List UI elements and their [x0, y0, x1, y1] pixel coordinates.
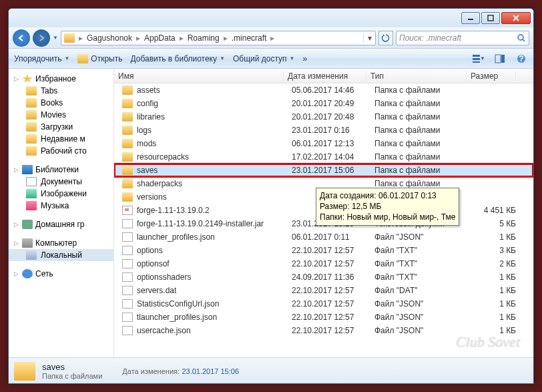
- address-bar[interactable]: ▸ Gagushonok ▸ AppData ▸ Roaming ▸ .mine…: [61, 31, 376, 45]
- file-row[interactable]: optionsshaders24.09.2017 11:36Файл "TXT"…: [114, 270, 533, 284]
- file-date: 05.06.2017 14:46: [288, 85, 370, 95]
- file-type: Файл "JSON": [370, 232, 471, 242]
- file-name: optionsshaders: [137, 272, 191, 282]
- history-dropdown[interactable]: ▼: [53, 35, 58, 41]
- star-icon: [22, 74, 33, 83]
- sidebar-item[interactable]: Изображени: [9, 188, 113, 200]
- folder-icon: [26, 122, 37, 132]
- help-icon[interactable]: ?: [515, 52, 528, 65]
- file-date: 06.01.2017 0:11: [288, 232, 370, 242]
- view-icon[interactable]: ▼: [472, 52, 485, 65]
- network-icon: [22, 269, 33, 278]
- svg-rect-7: [473, 58, 480, 60]
- titlebar[interactable]: [9, 9, 533, 27]
- file-icon: [122, 246, 133, 255]
- sidebar-item[interactable]: Загрузки: [9, 121, 113, 133]
- chevron-right-icon[interactable]: ▸: [135, 33, 142, 43]
- file-row[interactable]: optionsof22.10.2017 12:57Файл "TXT"2 КБ: [114, 257, 533, 270]
- file-type: Папка с файлами: [370, 112, 471, 122]
- file-type: Файл "JSON": [370, 326, 471, 335]
- sidebar-libraries[interactable]: ▷Библиотеки: [9, 164, 113, 176]
- column-type[interactable]: Тип: [366, 71, 467, 81]
- search-input[interactable]: Поиск: .minecraft: [396, 31, 529, 45]
- file-name: mods: [137, 139, 156, 148]
- breadcrumb-item[interactable]: Roaming: [185, 33, 222, 43]
- sidebar-favorites[interactable]: ▷Избранное: [9, 73, 113, 85]
- svg-rect-8: [473, 61, 480, 63]
- file-row[interactable]: StatisticsConfigUrl.json22.10.2017 12:57…: [114, 297, 533, 311]
- file-name: shaderpacks: [137, 179, 182, 188]
- more-button[interactable]: »: [302, 54, 307, 63]
- sidebar-item[interactable]: Музыка: [9, 200, 113, 212]
- breadcrumb-item[interactable]: Gagushonok: [84, 33, 135, 43]
- file-date: 22.10.2017 12:57: [288, 299, 370, 309]
- chevron-right-icon[interactable]: ▸: [178, 33, 185, 43]
- toolbar: Упорядочить▼ Открыть Добавить в библиоте…: [9, 49, 533, 69]
- file-row[interactable]: resourcepacks17.02.2017 14:04Папка с фай…: [114, 150, 533, 164]
- file-row[interactable]: launcher_profiles.json06.01.2017 0:11Фай…: [114, 230, 533, 244]
- organize-button[interactable]: Упорядочить▼: [14, 54, 69, 63]
- column-size[interactable]: Размер: [467, 71, 516, 81]
- file-name: options: [137, 246, 163, 255]
- forward-button[interactable]: [33, 29, 50, 47]
- file-list[interactable]: Имя Дата изменения Тип Размер assets05.0…: [114, 69, 533, 357]
- preview-pane-icon[interactable]: [493, 52, 507, 65]
- sidebar-item[interactable]: Movies: [9, 109, 113, 121]
- folder-icon: [122, 85, 133, 95]
- nav-pane: ▷Избранное Tabs Books Movies Загрузки Не…: [9, 69, 114, 357]
- file-name: libraries: [137, 112, 165, 122]
- share-button[interactable]: Общий доступ▼: [233, 54, 295, 63]
- sidebar-item[interactable]: Документы: [9, 176, 113, 188]
- file-icon: [122, 326, 133, 335]
- file-name: logs: [137, 126, 152, 135]
- breadcrumb-item[interactable]: AppData: [142, 33, 178, 43]
- maximize-button[interactable]: [481, 12, 500, 24]
- sidebar-item[interactable]: Недавние м: [9, 133, 113, 145]
- file-row[interactable]: servers.dat22.10.2017 12:57Файл "DAT"1 К…: [114, 284, 533, 297]
- search-icon: [517, 33, 526, 43]
- sidebar-item[interactable]: Books: [9, 97, 113, 109]
- file-row[interactable]: logs23.01.2017 0:16Папка с файлами: [114, 124, 533, 137]
- file-date: 22.10.2017 12:57: [288, 286, 370, 295]
- file-name: assets: [137, 85, 160, 95]
- search-placeholder: Поиск: .minecraft: [399, 33, 461, 43]
- sidebar-item[interactable]: Рабочий сто: [9, 145, 113, 157]
- chevron-right-icon[interactable]: ▸: [269, 33, 276, 43]
- file-name: resourcepacks: [137, 152, 189, 162]
- sidebar-network[interactable]: ▷Сеть: [9, 268, 113, 280]
- back-button[interactable]: [13, 29, 30, 47]
- file-row[interactable]: saves23.01.2017 15:06Папка с файлами: [114, 164, 533, 177]
- file-name: tlauncher_profiles.json: [137, 313, 217, 322]
- add-library-button[interactable]: Добавить в библиотеку▼: [130, 54, 224, 63]
- file-row[interactable]: options22.10.2017 12:57Файл "TXT"3 КБ: [114, 244, 533, 257]
- file-name: forge-1.11-13.19.0.2149-installer.jar: [137, 219, 264, 228]
- sidebar-item[interactable]: Локальный: [9, 249, 113, 261]
- folder-icon: [26, 110, 37, 120]
- column-date[interactable]: Дата изменения: [284, 71, 366, 81]
- file-row[interactable]: config20.01.2017 20:49Папка с файлами: [114, 97, 533, 110]
- address-dropdown[interactable]: ▾: [363, 33, 375, 43]
- computer-icon: [22, 238, 33, 248]
- column-name[interactable]: Имя: [114, 71, 284, 81]
- sidebar-computer[interactable]: ▷Компьютер: [9, 237, 113, 249]
- file-row[interactable]: usercache.json22.10.2017 12:57Файл "JSON…: [114, 324, 533, 337]
- chevron-right-icon[interactable]: ▸: [222, 33, 229, 43]
- file-row[interactable]: mods06.01.2017 12:13Папка с файлами: [114, 137, 533, 150]
- minimize-button[interactable]: [461, 12, 480, 24]
- sidebar-item[interactable]: Tabs: [9, 85, 113, 97]
- breadcrumb-item[interactable]: .minecraft: [229, 33, 270, 43]
- file-name: forge-1.11-13.19.0.2: [137, 206, 210, 215]
- file-row[interactable]: assets05.06.2017 14:46Папка с файлами: [114, 83, 533, 97]
- file-date: 23.01.2017 0:16: [288, 126, 370, 135]
- sidebar-homegroup[interactable]: ▷Домашняя гр: [9, 218, 113, 230]
- file-name: versions: [137, 192, 167, 202]
- refresh-button[interactable]: [378, 31, 393, 45]
- file-icon: [122, 259, 133, 268]
- close-button[interactable]: [501, 12, 531, 24]
- file-date: 24.09.2017 11:36: [288, 272, 370, 282]
- open-button[interactable]: Открыть: [77, 54, 122, 63]
- file-type: Файл "JSON": [370, 313, 471, 322]
- file-row[interactable]: tlauncher_profiles.json22.10.2017 12:57Ф…: [114, 311, 533, 324]
- chevron-right-icon[interactable]: ▸: [77, 33, 84, 43]
- file-row[interactable]: libraries20.01.2017 20:48Папка с файлами: [114, 110, 533, 124]
